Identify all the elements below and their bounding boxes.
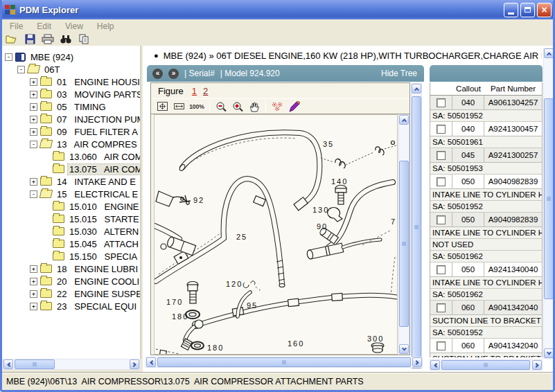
menu-view[interactable]: View: [58, 21, 90, 32]
diagram-callout-90[interactable]: 90: [317, 222, 328, 231]
diagram-callout-95[interactable]: 95: [247, 301, 258, 310]
diagram-callout-300[interactable]: 300: [367, 335, 384, 343]
expand-plus-icon[interactable]: +: [30, 128, 37, 136]
pan-button[interactable]: [247, 100, 262, 113]
find-button[interactable]: [59, 33, 73, 45]
fit-width-button[interactable]: [171, 100, 186, 113]
hotspots-button[interactable]: [270, 100, 285, 113]
tree-item-20[interactable]: +20 ENGINE COOLI: [30, 275, 141, 287]
diagram-callout-180[interactable]: 180: [172, 312, 188, 321]
diagram-callout-160[interactable]: 160: [288, 339, 304, 348]
figure-canvas[interactable]: 35140130907922512095170180180160300: [154, 114, 398, 355]
scroll-up-button[interactable]: [412, 84, 421, 93]
restore-button[interactable]: [520, 3, 535, 17]
tree-item-03[interactable]: +03 MOVING PARTS: [30, 88, 141, 100]
diagram-callout-7[interactable]: 7: [391, 217, 396, 226]
part-checkbox[interactable]: [437, 98, 446, 107]
tree-item-05[interactable]: +05 TIMING: [30, 100, 107, 113]
prev-figure-button[interactable]: «: [152, 69, 163, 79]
diagram-callout-25[interactable]: 25: [236, 233, 247, 241]
diagram-callout-130[interactable]: 130: [312, 206, 329, 214]
viewer-horizontal-scrollbar[interactable]: [146, 357, 423, 368]
part-checkbox[interactable]: [437, 341, 446, 350]
tree-item-06T[interactable]: -06T: [17, 63, 61, 75]
part-checkbox[interactable]: [437, 151, 446, 160]
highlight-button[interactable]: [286, 100, 301, 113]
tree-item-13[interactable]: -13 AIR COMPRES: [30, 138, 139, 150]
part-checkbox[interactable]: [437, 215, 446, 224]
figure-link-1[interactable]: 1: [192, 86, 197, 96]
expand-plus-icon[interactable]: +: [30, 265, 37, 273]
scroll-down-button[interactable]: [399, 344, 409, 354]
copy-button[interactable]: [77, 33, 91, 45]
close-button[interactable]: ×: [537, 3, 552, 17]
zoom-in-button[interactable]: [230, 100, 245, 113]
scroll-thumb[interactable]: [399, 161, 409, 327]
collapse-minus-icon[interactable]: -: [17, 66, 25, 73]
tree-horizontal-scrollbar[interactable]: [3, 359, 140, 370]
scroll-up-button[interactable]: [544, 48, 554, 58]
tree-item-root[interactable]: -MBE (924): [5, 51, 75, 63]
hide-tree-button[interactable]: Hide Tree: [381, 69, 417, 78]
collapse-minus-icon[interactable]: -: [5, 53, 12, 61]
scroll-thumb[interactable]: [15, 359, 55, 369]
minimize-button[interactable]: [504, 3, 518, 17]
tree-item-22[interactable]: +22 ENGINE SUSPE: [30, 287, 141, 300]
tree-item-23[interactable]: +23 SPECIAL EQUI: [30, 300, 138, 312]
scroll-left-button[interactable]: [430, 360, 440, 370]
diagram-callout-140[interactable]: 140: [331, 177, 348, 186]
tree-item-09[interactable]: +09 FUEL FILTER A: [30, 125, 139, 138]
menu-file[interactable]: File: [3, 21, 30, 32]
scroll-right-button[interactable]: [532, 360, 542, 370]
fit-page-button[interactable]: [155, 100, 170, 113]
figure-link-2[interactable]: 2: [203, 86, 208, 96]
collapse-minus-icon[interactable]: -: [30, 190, 37, 198]
expand-plus-icon[interactable]: +: [30, 178, 37, 186]
expand-plus-icon[interactable]: +: [30, 290, 37, 298]
scroll-right-button[interactable]: [130, 359, 139, 369]
scroll-up-button[interactable]: [399, 115, 409, 125]
tree-item-01[interactable]: +01 ENGINE HOUSI: [30, 75, 141, 88]
zoom-100-button[interactable]: 100%: [188, 100, 206, 113]
tree-item-13.060[interactable]: 13.060 AIR COM: [42, 150, 141, 163]
menu-help[interactable]: Help: [90, 21, 121, 32]
part-checkbox[interactable]: [437, 125, 446, 134]
tree-item-15.015[interactable]: 15.015 STARTE: [42, 213, 141, 225]
tree-item-13.075[interactable]: 13.075 AIR COM: [42, 163, 141, 175]
scroll-thumb[interactable]: [544, 98, 554, 299]
tree-item-18[interactable]: +18 ENGINE LUBRI: [30, 262, 139, 275]
expand-plus-icon[interactable]: +: [30, 303, 37, 310]
menu-edit[interactable]: Edit: [30, 21, 58, 32]
figure-vertical-scrollbar[interactable]: [398, 114, 409, 355]
diagram-callout-170[interactable]: 170: [166, 298, 183, 306]
tree-item-14[interactable]: +14 INTAKE AND E: [30, 175, 137, 188]
scroll-thumb[interactable]: [441, 360, 530, 370]
scroll-left-button[interactable]: [3, 359, 13, 369]
next-figure-button[interactable]: »: [168, 69, 179, 79]
save-button[interactable]: [23, 33, 37, 45]
tree-item-15.045[interactable]: 15.045 ATTACH: [42, 238, 140, 250]
diagram-callout-92[interactable]: 92: [193, 196, 204, 204]
expand-plus-icon[interactable]: +: [30, 103, 37, 111]
parts-vertical-scrollbar[interactable]: [543, 48, 554, 359]
tree-item-15.030[interactable]: 15.030 ALTERN: [42, 225, 140, 238]
open-button[interactable]: [5, 33, 19, 45]
expand-plus-icon[interactable]: +: [30, 91, 37, 98]
diagram-callout-35[interactable]: 35: [323, 140, 334, 148]
part-checkbox[interactable]: [437, 265, 446, 274]
zoom-out-button[interactable]: [213, 100, 229, 113]
expand-plus-icon[interactable]: +: [30, 116, 37, 123]
scroll-thumb[interactable]: [412, 96, 421, 358]
scroll-left-button[interactable]: [146, 357, 156, 367]
print-button[interactable]: [41, 33, 55, 45]
expand-plus-icon[interactable]: +: [30, 78, 37, 86]
expand-plus-icon[interactable]: +: [30, 278, 37, 285]
scroll-down-button[interactable]: [544, 348, 554, 358]
scroll-right-button[interactable]: [412, 357, 422, 367]
tree-item-07[interactable]: +07 INJECTION PUM: [30, 113, 141, 125]
tree-item-15.010[interactable]: 15.010 ENGINE: [42, 200, 140, 213]
tree-item-15[interactable]: -15 ELECTRICAL E: [30, 188, 139, 200]
tree-item-15.150[interactable]: 15.150 SPECIA: [42, 250, 139, 262]
parts-horizontal-scrollbar[interactable]: [430, 359, 543, 371]
diagram-callout-180[interactable]: 180: [207, 344, 224, 352]
